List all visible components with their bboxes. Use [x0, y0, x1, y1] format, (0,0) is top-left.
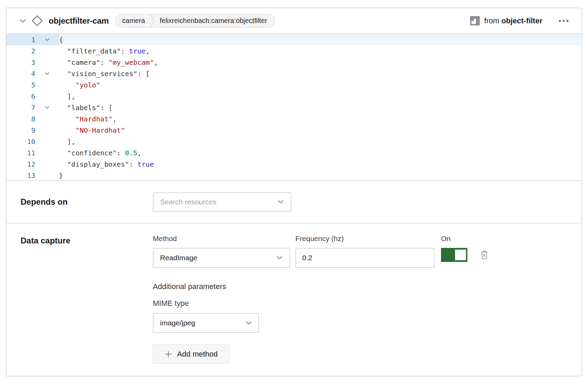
code-line-11[interactable]: 11 "confidence": 0.5, [7, 147, 581, 158]
line-number: 10 [7, 137, 35, 146]
line-number: 3 [7, 58, 35, 67]
line-number: 12 [7, 160, 35, 168]
code-text: } [59, 171, 63, 180]
line-number: 9 [7, 126, 35, 134]
code-line-6[interactable]: 6 ], [7, 91, 581, 102]
line-number: 1 [7, 36, 35, 44]
frequency-input[interactable] [295, 248, 434, 268]
method-label: Method [153, 235, 290, 243]
line-gutter: 7 [7, 102, 59, 113]
resource-title: objectfilter-cam [49, 16, 109, 26]
method-field: Method ReadImage [153, 235, 290, 268]
resource-type-badge: camera felixreichenbach:camera:objectfil… [115, 14, 275, 28]
toggle-knob [455, 250, 466, 260]
mime-type-select[interactable]: image/jpeg [153, 313, 259, 333]
add-method-label: Add method [177, 350, 218, 359]
code-text: "confidence": 0.5, [59, 149, 142, 157]
code-text: ], [59, 137, 75, 146]
data-capture-label: Data capture [21, 235, 153, 364]
line-gutter: 6 [7, 91, 59, 102]
from-module-name: object-filter [501, 16, 542, 25]
data-capture-section: Data capture Method ReadImage Frequency … [7, 224, 581, 364]
code-line-2[interactable]: 2 "filter_data": true, [7, 45, 581, 57]
resource-card: objectfilter-cam camera felixreichenbach… [6, 8, 582, 376]
chevron-down-icon [277, 256, 282, 260]
code-line-9[interactable]: 9 "NO-Hardhat" [7, 124, 581, 136]
code-text: "filter_data": true, [59, 47, 150, 55]
code-text: ], [59, 92, 75, 100]
resource-model-label: felixreichenbach:camera:objectfilter [155, 17, 275, 25]
fold-chevron-icon[interactable] [35, 72, 59, 75]
code-text: "display_boxes": true [59, 160, 154, 168]
frequency-field: Frequency (hz) [295, 235, 434, 268]
toggle-on-label: On [441, 235, 489, 243]
header-right-group: from object-filter [470, 16, 569, 25]
delete-method-button[interactable] [480, 250, 489, 260]
depends-on-section: Depends on Search resources [7, 181, 581, 224]
code-editor[interactable]: 1{2 "filter_data": true,3 "camera": "my_… [7, 34, 581, 181]
method-select[interactable]: ReadImage [153, 248, 290, 268]
code-text: "Hardhat", [59, 115, 117, 123]
code-line-4[interactable]: 4 "vision_services": [ [7, 68, 581, 79]
line-gutter: 2 [7, 45, 59, 57]
mime-type-label: MIME type [153, 299, 489, 308]
code-text: { [59, 36, 63, 44]
line-number: 7 [7, 104, 35, 112]
capture-toggle-field: On [441, 235, 489, 268]
line-gutter: 4 [7, 68, 59, 79]
line-gutter: 11 [7, 147, 59, 158]
code-line-10[interactable]: 10 ], [7, 136, 581, 147]
line-gutter: 8 [7, 113, 59, 124]
mime-type-value: image/jpeg [160, 319, 195, 327]
code-text: "vision_services": [ [59, 70, 150, 78]
code-text: "camera": "my_webcam", [59, 58, 158, 67]
line-gutter: 12 [7, 158, 59, 170]
line-number: 11 [7, 149, 35, 157]
method-value: ReadImage [160, 254, 197, 262]
line-gutter: 9 [7, 124, 59, 136]
module-icon [470, 16, 480, 25]
resource-type-label: camera [115, 17, 150, 25]
line-number: 6 [7, 92, 35, 100]
code-line-3[interactable]: 3 "camera": "my_webcam", [7, 57, 581, 68]
line-number: 13 [7, 171, 35, 180]
badge-separator-icon [150, 14, 155, 28]
chevron-down-icon [278, 200, 284, 204]
code-line-5[interactable]: 5 "yolo" [7, 79, 581, 91]
code-text: "NO-Hardhat" [59, 126, 125, 134]
search-resources-select[interactable]: Search resources [153, 192, 291, 212]
fold-chevron-icon[interactable] [35, 106, 59, 109]
search-resources-placeholder: Search resources [160, 198, 217, 206]
line-number: 8 [7, 115, 35, 123]
line-gutter: 1 [7, 34, 59, 45]
camera-component-icon [30, 17, 44, 25]
plus-icon [164, 350, 172, 358]
capture-on-toggle[interactable] [441, 248, 467, 262]
collapse-chevron-icon[interactable] [20, 19, 26, 23]
ellipsis-menu-button[interactable] [558, 18, 569, 24]
code-line-7[interactable]: 7 "labels": [ [7, 102, 581, 113]
code-text: "labels": [ [59, 104, 113, 112]
line-number: 2 [7, 47, 35, 55]
frequency-label: Frequency (hz) [295, 235, 434, 243]
line-gutter: 10 [7, 136, 59, 147]
additional-parameters-label: Additional parameters [153, 282, 489, 291]
resource-card-header: objectfilter-cam camera felixreichenbach… [7, 8, 581, 34]
code-line-13[interactable]: 13} [7, 170, 581, 181]
from-module-text: from object-filter [484, 16, 542, 25]
code-line-1[interactable]: 1{ [7, 34, 581, 45]
data-capture-form: Method ReadImage Frequency (hz) On [153, 235, 489, 364]
fold-chevron-icon[interactable] [35, 38, 59, 41]
line-gutter: 13 [7, 170, 59, 181]
code-line-8[interactable]: 8 "Hardhat", [7, 113, 581, 124]
line-gutter: 3 [7, 57, 59, 68]
depends-on-label: Depends on [21, 197, 153, 207]
add-method-button[interactable]: Add method [153, 344, 229, 364]
code-line-12[interactable]: 12 "display_boxes": true [7, 158, 581, 170]
line-number: 4 [7, 70, 35, 78]
line-number: 5 [7, 81, 35, 89]
chevron-down-icon [246, 321, 252, 325]
line-gutter: 5 [7, 79, 59, 91]
code-text: "yolo" [59, 81, 100, 89]
